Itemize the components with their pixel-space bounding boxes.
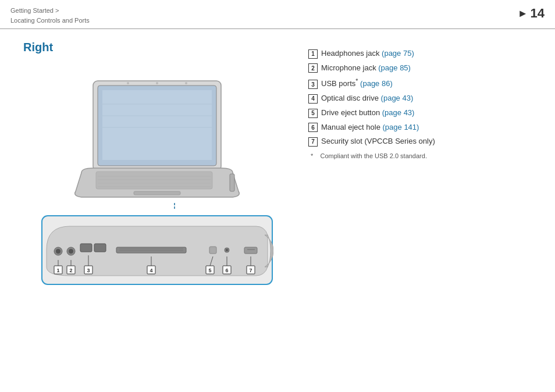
item-link-6[interactable]: (page 141) bbox=[383, 123, 419, 131]
page-number: ► 14 bbox=[518, 6, 545, 21]
svg-point-21 bbox=[69, 249, 73, 254]
item-label-4: Optical disc drive (page 43) bbox=[321, 91, 413, 106]
svg-point-19 bbox=[56, 249, 61, 254]
item-label-7: Security slot (VPCCB Series only) bbox=[321, 134, 435, 149]
left-panel: Right bbox=[17, 41, 297, 290]
svg-text:5: 5 bbox=[208, 268, 211, 273]
svg-rect-23 bbox=[94, 244, 106, 252]
item-link-4[interactable]: (page 43) bbox=[381, 94, 414, 102]
item-link-2[interactable]: (page 85) bbox=[378, 63, 411, 72]
breadcrumb: Getting Started > Locating Controls and … bbox=[10, 6, 90, 25]
svg-rect-14 bbox=[134, 191, 180, 195]
item-list: 1 Headphones jack (page 75) 2 Microphone… bbox=[308, 47, 538, 149]
svg-rect-15 bbox=[230, 174, 234, 191]
list-item: 2 Microphone jack (page 85) bbox=[308, 61, 538, 76]
svg-text:7: 7 bbox=[249, 268, 252, 273]
item-number-4: 4 bbox=[308, 94, 318, 104]
item-label-6: Manual eject hole (page 141) bbox=[321, 120, 419, 135]
item-number-3: 3 bbox=[308, 80, 318, 89]
item-link-5[interactable]: (page 43) bbox=[382, 108, 415, 117]
item-link-1[interactable]: (page 75) bbox=[382, 49, 414, 58]
item-number-1: 1 bbox=[308, 49, 318, 59]
arrow-icon: ► bbox=[518, 8, 528, 20]
svg-rect-9 bbox=[96, 172, 212, 189]
item-label-3: USB ports* (page 86) bbox=[321, 75, 393, 91]
list-item: 6 Manual eject hole (page 141) bbox=[308, 120, 538, 135]
item-number-2: 2 bbox=[308, 63, 318, 73]
list-item: 1 Headphones jack (page 75) bbox=[308, 47, 538, 61]
svg-rect-22 bbox=[80, 244, 92, 252]
breadcrumb-line1: Getting Started > bbox=[10, 6, 90, 16]
svg-text:1: 1 bbox=[56, 268, 59, 273]
section-title: Right bbox=[23, 41, 297, 54]
svg-point-4 bbox=[185, 82, 187, 84]
item-number-5: 5 bbox=[308, 109, 318, 118]
footnote-marker: * bbox=[311, 152, 318, 159]
page-header: Getting Started > Locating Controls and … bbox=[0, 0, 555, 29]
svg-point-2 bbox=[127, 82, 129, 84]
footnote: * Compliant with the USB 2.0 standard. bbox=[308, 152, 538, 159]
list-item: 5 Drive eject button (page 43) bbox=[308, 106, 538, 120]
svg-text:3: 3 bbox=[87, 268, 90, 273]
svg-rect-27 bbox=[209, 247, 216, 254]
svg-rect-30 bbox=[244, 247, 257, 254]
svg-rect-5 bbox=[102, 90, 212, 160]
footnote-text: Compliant with the USB 2.0 standard. bbox=[321, 152, 427, 159]
svg-text:2: 2 bbox=[69, 268, 72, 273]
item-label-1: Headphones jack (page 75) bbox=[321, 47, 414, 61]
item-link-3[interactable]: (page 86) bbox=[360, 80, 393, 88]
asterisk-3: * bbox=[355, 77, 358, 84]
list-item: 4 Optical disc drive (page 43) bbox=[308, 91, 538, 106]
svg-text:4: 4 bbox=[150, 268, 152, 273]
port-diagram: 1 2 3 4 5 6 7 bbox=[41, 215, 273, 290]
list-item: 3 USB ports* (page 86) bbox=[308, 75, 538, 91]
item-number-6: 6 bbox=[308, 123, 318, 132]
svg-text:6: 6 bbox=[225, 268, 228, 273]
item-label-5: Drive eject button (page 43) bbox=[321, 106, 414, 120]
right-panel: 1 Headphones jack (page 75) 2 Microphone… bbox=[308, 41, 538, 290]
svg-point-29 bbox=[226, 249, 228, 251]
svg-point-3 bbox=[156, 82, 158, 84]
list-item: 7 Security slot (VPCCB Series only) bbox=[308, 134, 538, 149]
main-content: Right bbox=[0, 29, 555, 302]
breadcrumb-line2: Locating Controls and Ports bbox=[10, 16, 90, 26]
laptop-diagram bbox=[58, 69, 256, 209]
item-label-2: Microphone jack (page 85) bbox=[321, 61, 411, 76]
item-number-7: 7 bbox=[308, 137, 318, 147]
svg-rect-24 bbox=[116, 247, 186, 253]
